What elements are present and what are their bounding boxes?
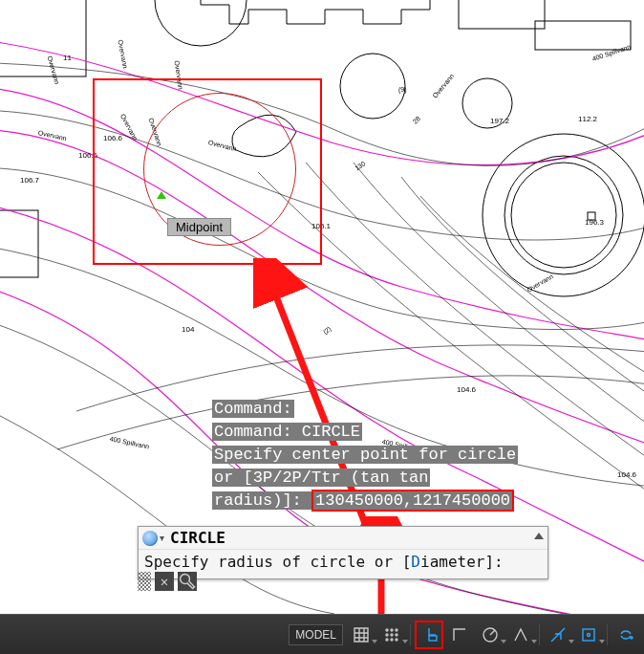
spot-elevation: 104: [182, 325, 194, 334]
spot-elevation: 196.3: [585, 218, 604, 227]
command-line-close-button[interactable]: ✕: [155, 572, 174, 591]
spot-elevation: (9): [398, 86, 407, 93]
object-snap-toggle[interactable]: [576, 622, 601, 647]
highlight-rectangle: [93, 78, 322, 265]
spot-elevation: 197.2: [490, 117, 509, 125]
command-line[interactable]: ▾ CIRCLE Specify radius of circle or [Di…: [138, 526, 548, 579]
active-command-name: CIRCLE: [170, 529, 225, 547]
grid-display-toggle[interactable]: [349, 622, 374, 647]
svg-point-19: [391, 639, 393, 641]
entered-coordinates: 130450000,1217450000: [313, 491, 512, 510]
polar-tracking-toggle[interactable]: [478, 622, 503, 647]
svg-rect-21: [429, 636, 437, 641]
status-bar: MODEL: [0, 614, 644, 654]
snap-tooltip: Midpoint: [167, 218, 231, 236]
svg-point-14: [396, 629, 397, 631]
svg-point-20: [396, 639, 397, 641]
object-snap-tracking-toggle[interactable]: [546, 622, 570, 647]
svg-point-16: [391, 634, 393, 636]
spot-elevation: 106.7: [20, 176, 39, 185]
command-globe-icon[interactable]: [142, 531, 158, 546]
drawing-canvas[interactable]: Overvann Overvann Overvann Overvann Over…: [0, 0, 644, 614]
command-line-customize-button[interactable]: [178, 572, 197, 591]
svg-point-24: [588, 633, 590, 636]
model-space-button[interactable]: MODEL: [289, 624, 343, 645]
svg-rect-23: [583, 629, 594, 641]
spot-elevation: 112.2: [578, 115, 597, 123]
command-prompt[interactable]: Specify radius of circle or [Diameter]:: [139, 550, 547, 578]
snap-mode-toggle[interactable]: [379, 622, 404, 647]
ortho-mode-toggle[interactable]: [447, 622, 472, 647]
spot-elevation: 11: [63, 54, 72, 62]
svg-rect-2: [459, 0, 545, 29]
spot-elevation: 104.6: [457, 385, 476, 394]
isometric-drafting-toggle[interactable]: [508, 622, 533, 647]
midpoint-snap-glyph: [157, 191, 166, 199]
svg-point-25: [631, 637, 633, 639]
svg-point-13: [391, 629, 393, 631]
command-history-expand[interactable]: [534, 533, 544, 539]
svg-point-8: [340, 54, 405, 119]
svg-point-15: [386, 634, 388, 636]
svg-point-1: [155, 0, 247, 46]
selection-cycling-toggle[interactable]: [613, 622, 638, 647]
dynamic-input-toggle[interactable]: [417, 622, 441, 647]
svg-rect-4: [0, 210, 38, 277]
svg-point-12: [386, 629, 388, 631]
svg-rect-0: [0, 0, 86, 76]
command-line-drag-handle[interactable]: [138, 572, 151, 591]
svg-rect-3: [535, 21, 631, 50]
spot-elevation: 104.6: [617, 470, 636, 479]
command-recent-dropdown[interactable]: ▾: [160, 533, 164, 543]
svg-point-6: [504, 156, 623, 274]
command-history: Command: Command: CIRCLE Specify center …: [212, 398, 518, 512]
svg-point-17: [396, 634, 397, 636]
svg-point-18: [386, 639, 388, 641]
